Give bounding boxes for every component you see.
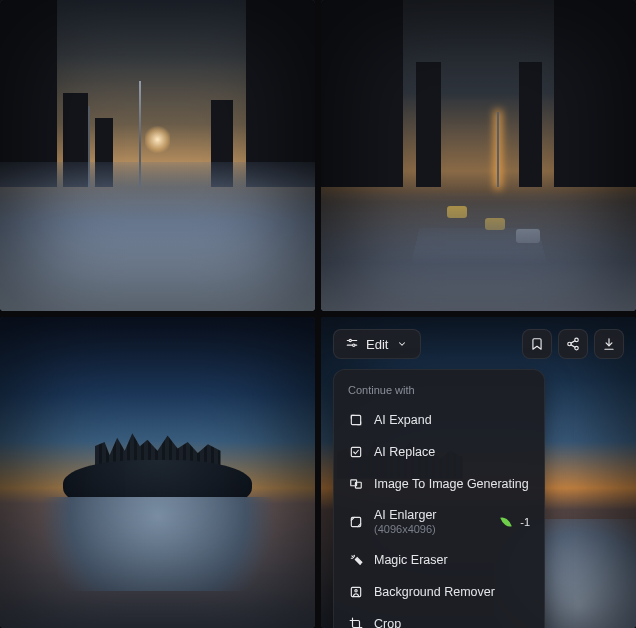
menu-item-sublabel: (4096x4096) <box>374 523 436 535</box>
edit-button-label: Edit <box>366 337 388 352</box>
replace-icon <box>348 444 364 460</box>
crop-icon <box>348 616 364 628</box>
menu-item-ai-replace[interactable]: AI Replace <box>334 436 544 468</box>
share-button[interactable] <box>558 329 588 359</box>
edit-menu-header: Continue with <box>334 380 544 404</box>
image-to-image-icon <box>348 476 364 492</box>
menu-item-label: AI Replace <box>374 445 530 459</box>
menu-item-label: Image To Image Generating <box>374 477 530 491</box>
svg-rect-10 <box>351 415 360 424</box>
svg-point-3 <box>353 344 355 346</box>
enlarger-icon <box>348 514 364 530</box>
share-icon <box>566 337 580 351</box>
image-tile-1[interactable] <box>0 0 315 311</box>
menu-item-crop[interactable]: Crop <box>334 608 544 628</box>
background-remover-icon <box>348 584 364 600</box>
image-tile-2[interactable] <box>321 0 636 311</box>
menu-item-label: Background Remover <box>374 585 530 599</box>
menu-item-ai-expand[interactable]: AI Expand <box>334 404 544 436</box>
menu-item-ai-enlarger[interactable]: AI Enlarger (4096x4096) -1 <box>334 500 544 544</box>
menu-item-label: AI Expand <box>374 413 530 427</box>
menu-item-cost: -1 <box>520 516 530 528</box>
tile-top-controls: Edit <box>333 329 624 359</box>
image-grid: Edit Continue with <box>0 0 636 628</box>
sliders-icon <box>344 336 360 352</box>
svg-point-18 <box>355 590 357 592</box>
svg-line-7 <box>571 341 575 343</box>
menu-item-label: Magic Eraser <box>374 553 530 567</box>
download-icon <box>602 337 616 351</box>
image-tile-3[interactable] <box>0 317 315 628</box>
image-tile-4[interactable]: Edit Continue with <box>321 317 636 628</box>
menu-item-image-to-image[interactable]: Image To Image Generating <box>334 468 544 500</box>
eraser-icon <box>348 552 364 568</box>
expand-icon <box>348 412 364 428</box>
tile-action-icons <box>522 329 624 359</box>
svg-rect-11 <box>351 447 360 456</box>
edit-menu: Continue with AI Expand AI Replace Image… <box>333 369 545 628</box>
menu-item-label: Crop <box>374 617 530 628</box>
menu-item-magic-eraser[interactable]: Magic Eraser <box>334 544 544 576</box>
leaf-icon <box>500 515 512 529</box>
svg-point-1 <box>349 339 351 341</box>
menu-item-background-remover[interactable]: Background Remover <box>334 576 544 608</box>
edit-button[interactable]: Edit <box>333 329 421 359</box>
svg-line-8 <box>571 345 575 347</box>
bookmark-icon <box>530 337 544 351</box>
chevron-down-icon <box>394 336 410 352</box>
menu-item-label: AI Enlarger (4096x4096) <box>374 508 492 536</box>
download-button[interactable] <box>594 329 624 359</box>
bookmark-button[interactable] <box>522 329 552 359</box>
